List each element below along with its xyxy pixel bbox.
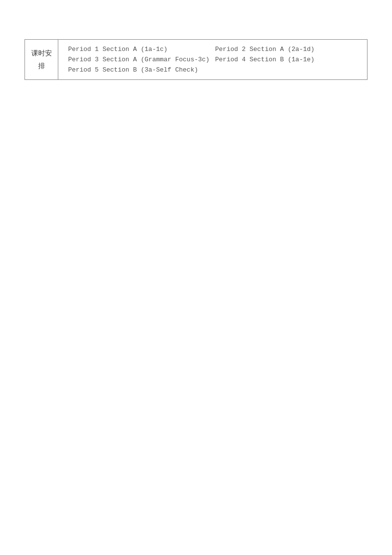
period-1: Period 1 Section A (1a-1c) [68, 46, 210, 53]
period-4: Period 4 Section B (1a-1e) [215, 56, 357, 63]
label-cell: 课时安 排 [25, 40, 58, 80]
schedule-table: 课时安 排 Period 1 Section A (1a-1c) Period … [24, 39, 368, 80]
period-2: Period 2 Section A (2a-1d) [215, 46, 357, 53]
periods-grid: Period 1 Section A (1a-1c) Period 2 Sect… [68, 46, 357, 74]
period-5: Period 5 Section B (3a-Self Check) [68, 66, 210, 74]
page-container: 课时安 排 Period 1 Section A (1a-1c) Period … [0, 0, 392, 555]
content-cell: Period 1 Section A (1a-1c) Period 2 Sect… [58, 40, 368, 80]
table-row: 课时安 排 Period 1 Section A (1a-1c) Period … [25, 40, 368, 80]
period-3: Period 3 Section A (Grammar Focus-3c) [68, 56, 210, 63]
label-text: 课时安 排 [31, 50, 52, 69]
